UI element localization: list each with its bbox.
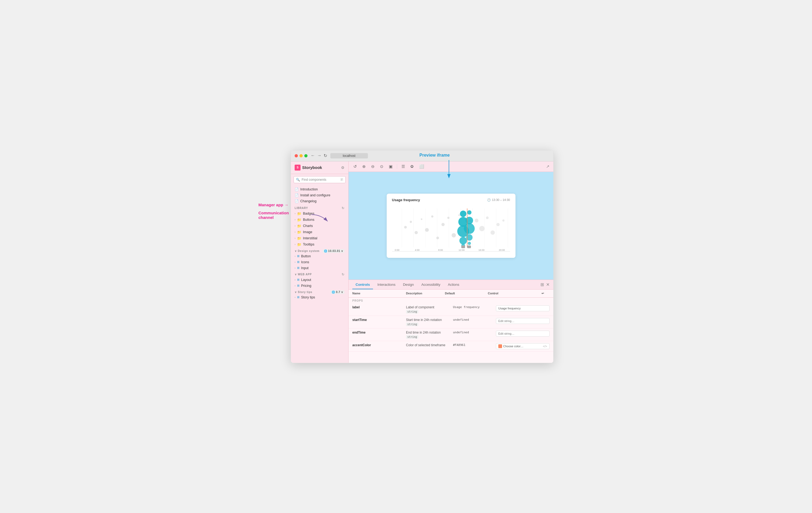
svg-point-14 [421, 218, 423, 220]
sidebar-item-badges[interactable]: › 📁 Badges [291, 211, 348, 217]
color-picker-button[interactable]: Choose color… </> [496, 343, 550, 349]
url-bar[interactable]: localhost [330, 153, 368, 159]
prop-control-label [496, 305, 550, 311]
sidebar-item-charts[interactable]: › 📁 Charts [291, 223, 348, 229]
table-row: accentColor Color of selected timeframe … [349, 341, 553, 352]
sidebar-item-install[interactable]: 📄 Install and configure [291, 192, 348, 198]
sidebar-item-input[interactable]: › ⊞ Input [291, 265, 348, 271]
controls-table: Name Description Default Control ↩ PROPS… [349, 290, 553, 363]
sidebar-item-changelog[interactable]: 📄 Changelog [291, 198, 348, 204]
chevron-right-icon: › [295, 255, 295, 258]
design-system-label: Design system [298, 249, 320, 252]
svg-point-20 [452, 233, 456, 237]
search-placeholder-text: Find components [301, 178, 326, 182]
tab-interactions[interactable]: Interactions [374, 280, 399, 289]
svg-rect-35 [461, 245, 465, 248]
choose-color-label: Choose color… [503, 345, 524, 348]
frame-button[interactable]: ⬜ [418, 164, 425, 169]
search-bar[interactable]: 🔍 Find components / [294, 176, 346, 183]
search-shortcut: / [340, 178, 343, 181]
svg-point-31 [464, 223, 475, 234]
close-button[interactable] [295, 154, 298, 157]
sidebar-logo-text: Storybook [302, 165, 322, 170]
chevron-right-icon: › [295, 267, 295, 269]
svg-point-37 [475, 219, 478, 222]
settings-button[interactable]: ⚙ [341, 165, 345, 170]
prop-control-endtime [496, 331, 550, 336]
bottom-panel: Controls Interactions Design Accessibili… [349, 279, 553, 363]
design-system-section: ∨ Design system 🌐 10.03.01 ∨ [291, 248, 348, 253]
sidebar-item-label: Input [301, 266, 309, 270]
folder-icon: 📁 [297, 212, 301, 216]
grid-button[interactable]: ☰ [400, 164, 406, 169]
forward-button[interactable]: → [317, 153, 321, 158]
prop-name-accentcolor: accentColor [352, 343, 406, 347]
external-link-button[interactable]: ↗ [546, 164, 550, 169]
reload-button[interactable]: ↻ [324, 153, 327, 158]
chevron-right-icon: › [295, 285, 295, 287]
story-tips-version-badge[interactable]: 🌐 0.7 ∨ [330, 290, 345, 294]
prop-desc-endtime: End time in 24h notation string [406, 331, 453, 339]
chevron-down-icon: ∨ [295, 249, 297, 252]
sidebar-item-layout[interactable]: › ⊞ Layout [291, 277, 348, 283]
svg-point-29 [467, 210, 471, 215]
minimize-button[interactable] [299, 154, 303, 157]
sidebar-item-label: Introduction [300, 187, 318, 191]
tab-design[interactable]: Design [400, 280, 417, 289]
sidebar-item-image[interactable]: › 📁 Image [291, 229, 348, 235]
starttime-control-input[interactable] [496, 318, 550, 324]
col-header-default: Default [445, 292, 488, 295]
prop-desc-label: Label of component string [406, 305, 453, 314]
sidebar-item-label: Image [303, 230, 312, 234]
chevron-down-icon: ∨ [295, 291, 297, 294]
sidebar-item-story-tips[interactable]: › ⊞ Story tips [291, 294, 348, 300]
svg-point-15 [425, 228, 429, 232]
sidebar-item-introduction[interactable]: 📄 Introduction [291, 186, 348, 192]
tab-controls[interactable]: Controls [352, 280, 373, 289]
settings-button[interactable]: ✿ [409, 164, 415, 169]
chevron-right-icon: › [295, 212, 295, 215]
story-tips-section: ∨ Story tips 🌐 0.7 ∨ [291, 289, 348, 294]
prop-control-starttime [496, 318, 550, 324]
tab-accessibility[interactable]: Accessibility [418, 280, 443, 289]
svg-point-17 [436, 237, 439, 239]
sidebar-item-button[interactable]: › ⊞ Button [291, 253, 348, 259]
svg-point-16 [431, 215, 433, 218]
reset-button[interactable]: ↺ [352, 164, 358, 169]
chevron-right-icon: › [295, 231, 295, 234]
sidebar-item-label: Charts [303, 224, 313, 228]
col-header-description: Description [406, 292, 445, 295]
svg-point-13 [414, 231, 418, 234]
zoom-in-button[interactable]: ⊕ [361, 164, 367, 169]
sidebar-item-label: Icons [301, 260, 309, 264]
code-icon: </> [543, 345, 547, 348]
endtime-control-input[interactable] [496, 331, 550, 336]
sidebar-item-icons[interactable]: › ⊞ Icons [291, 259, 348, 265]
close-panel-icon[interactable]: ✕ [546, 282, 550, 287]
tab-actions[interactable]: Actions [445, 280, 463, 289]
label-control-input[interactable] [496, 305, 550, 311]
sidebar-item-label: Badges [303, 212, 314, 215]
svg-point-18 [441, 223, 445, 226]
svg-point-21 [458, 214, 460, 216]
split-panel-icon[interactable]: ⊞ [541, 282, 544, 287]
sidebar-item-tooltips[interactable]: › 📁 Tooltips [291, 241, 348, 248]
sidebar-item-label: Install and configure [300, 193, 330, 197]
sidebar-item-pricing[interactable]: › ⊞ Pricing [291, 283, 348, 289]
prop-default-endtime: undefined [453, 331, 496, 334]
sidebar-logo: S Storybook [295, 165, 322, 170]
sidebar-item-buttons[interactable]: › 📁 Buttons [291, 217, 348, 223]
back-button[interactable]: ← [311, 153, 315, 158]
fullscreen-button[interactable]: ▣ [388, 164, 394, 169]
zoom-reset-button[interactable]: ⊙ [379, 164, 384, 169]
chart-title: Usage frequency [392, 198, 420, 202]
chevron-right-icon: › [295, 278, 295, 281]
library-refresh-icon: ↻ [342, 206, 345, 210]
sidebar-item-interstitial[interactable]: › 📁 Interstitial [291, 235, 348, 241]
svg-rect-36 [467, 245, 471, 248]
reset-all-button[interactable]: ↩ [542, 292, 550, 295]
design-system-version-badge[interactable]: 🌐 10.03.01 ∨ [323, 249, 345, 253]
svg-text:8:00: 8:00 [438, 249, 443, 251]
zoom-out-button[interactable]: ⊖ [370, 164, 376, 169]
maximize-button[interactable] [304, 154, 308, 157]
